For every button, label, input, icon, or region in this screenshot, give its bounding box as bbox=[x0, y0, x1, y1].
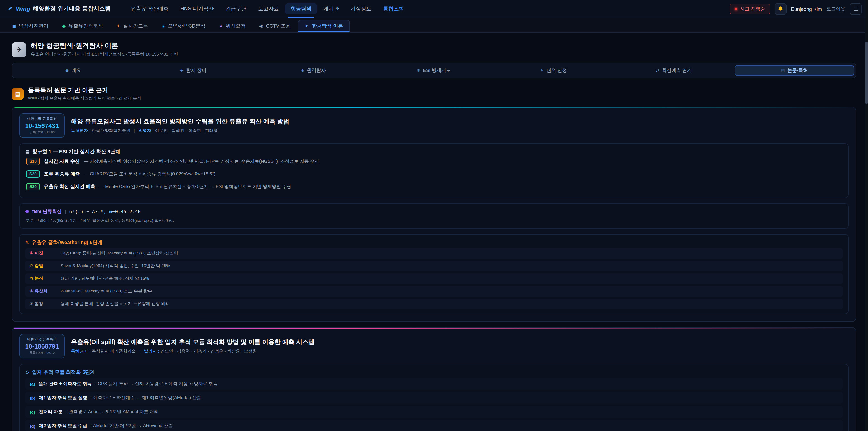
module-step-row: (a) 뜰개 관측 + 예측자료 취득 : GPS 뜰개 투하 → 실제 이동경… bbox=[25, 378, 843, 390]
tab-pollution-ship-3d[interactable]: ◈오염/선박3D분석 bbox=[155, 20, 212, 32]
weathering-stage-desc: Fay(1969): 중력-관성력, Mackay et al.(1980) 표… bbox=[61, 250, 178, 256]
pill-overview[interactable]: ◉개요 bbox=[14, 65, 132, 76]
step-badge: (d) bbox=[30, 423, 35, 428]
incident-status-badge[interactable]: 사고 진행중 bbox=[730, 3, 770, 14]
fbm-separator: | bbox=[65, 209, 66, 214]
patent1-number-badge: 대한민국 등록특허 10-1567431 등록: 2015.11.03 bbox=[20, 114, 65, 138]
patent2-title: 유출유(Oil spill) 확산 예측을 위한 입자 추적 모듈 최적화 방법… bbox=[71, 338, 314, 346]
fbm-header: fBm 난류확산 | σ²(t) = A·tᵐ, m=0.45~2.46 bbox=[25, 208, 843, 215]
patent-badge-label: 대한민국 등록특허 bbox=[24, 117, 60, 121]
step-title: 전처리 차분 bbox=[39, 409, 63, 415]
pill-esi-map[interactable]: ▦ESI 방제지도 bbox=[374, 65, 493, 76]
nav-item-weather-info[interactable]: 기상정보 bbox=[345, 3, 377, 14]
meta-divider: | bbox=[131, 128, 137, 133]
meta-divider: | bbox=[137, 348, 143, 353]
nav-item-board[interactable]: 게시판 bbox=[318, 3, 344, 14]
wing-logo-icon bbox=[6, 5, 13, 12]
nav-item-integrated-search[interactable]: 통합조회 bbox=[378, 3, 409, 14]
tab-realtime-drone[interactable]: ✈실시간드론 bbox=[110, 20, 154, 32]
tab-image-management[interactable]: ▣영상사진관리 bbox=[5, 20, 55, 32]
tab-label: CCTV 조회 bbox=[266, 23, 291, 29]
pill-area-calculation[interactable]: ✎면적 산정 bbox=[495, 65, 613, 76]
fbm-panel: fBm 난류확산 | σ²(t) = A·tᵐ, m=0.45~2.46 분수 … bbox=[20, 204, 848, 229]
patent-card-1: 대한민국 등록특허 10-1567431 등록: 2015.11.03 해양 유… bbox=[12, 107, 856, 322]
calc-icon: ✎ bbox=[540, 68, 544, 72]
module-step-row: (c) 전처리 차분 : 관측경로 Δobs ↔ 제1모델 ΔModel 차분 … bbox=[25, 406, 843, 418]
pill-label: 탐지 장비 bbox=[186, 67, 207, 74]
pill-label: 개요 bbox=[72, 67, 81, 74]
pill-label: 원격탐사 bbox=[307, 67, 326, 74]
step-desc: : 예측자료 + 확산계수 → 제1 예측변위량(ΔModel) 산출 bbox=[91, 395, 201, 401]
step-badge: (c) bbox=[30, 409, 35, 414]
patent1-title: 해양 유류오염사고 발생시 효율적인 방제방안 수립을 위한 유출유 확산 예측… bbox=[71, 118, 289, 126]
patent-badge-label: 대한민국 등록특허 bbox=[24, 337, 60, 342]
pill-label: 논문·특허 bbox=[787, 67, 808, 74]
tab-aerial-search-theory[interactable]: ►항공탐색 이론 bbox=[298, 20, 350, 32]
image-icon: ▣ bbox=[12, 24, 16, 28]
pill-label: ESI 방제지도 bbox=[423, 67, 451, 74]
nav-item-hns-air-dispersion[interactable]: HNS·대기확산 bbox=[175, 3, 219, 14]
fbm-description: 분수 브라운운동(fBm) 기반 무작위 확산거리 생성, 등방성(isotro… bbox=[25, 218, 843, 224]
pill-detection-equipment[interactable]: ✈탐지 장비 bbox=[134, 65, 252, 76]
pill-papers-patents[interactable]: ▤논문·특허 bbox=[735, 65, 854, 76]
hamburger-icon: ☰ bbox=[853, 6, 858, 12]
weathering-stage-label: ② 증발 bbox=[30, 263, 56, 269]
weathering-panel: ✎ 유출유 풍화(Weathering) 5단계 ① 퍼짐 Fay(1969):… bbox=[20, 234, 848, 314]
holder-value: 주식회사 아라종합기술 bbox=[92, 348, 136, 353]
gear-icon: ⚙ bbox=[25, 370, 29, 375]
fbm-label: fBm 난류확산 bbox=[32, 208, 62, 215]
tab-oil-area-analysis[interactable]: ◆유출유면적분석 bbox=[56, 20, 110, 32]
tab-satellite-request[interactable]: ★위성요청 bbox=[213, 20, 252, 32]
claim-step-row: S30 유출유 확산 실시간 예측 — Monte Carlo 입자추적 + f… bbox=[25, 180, 843, 193]
claims-title-text: 청구항 1 — ESI 기반 실시간 확산 3단계 bbox=[32, 148, 120, 155]
pill-remote-sensing[interactable]: ◈원격탐사 bbox=[254, 65, 373, 76]
step-desc: — Monte Carlo 입자추적 + fBm 난류확산 + 풍화 5단계 →… bbox=[99, 184, 291, 190]
step-desc: — CHARRY모델 조화분석 + 취송류 경험식(0.029×Vw, θw+1… bbox=[84, 171, 215, 177]
section-header: ▤ 등록특허 원문 기반 이론 근거 WING 탑재 유출유 확산예측 시스템의… bbox=[12, 86, 856, 101]
logo-wordmark: Wing bbox=[16, 5, 30, 12]
link-icon: ⇄ bbox=[656, 68, 659, 72]
main-content: ✈ 해양 항공탐색·원격탐사 이론 유출유 원격탐지·항공감시 기법·ESI 방… bbox=[0, 33, 868, 431]
hamburger-menu-button[interactable]: ☰ bbox=[850, 3, 862, 15]
tab-cctv-view[interactable]: ◉CCTV 조회 bbox=[253, 20, 297, 32]
step-title: 조류·취송류 예측 bbox=[44, 171, 80, 177]
book-icon: ▤ bbox=[12, 88, 24, 100]
module-step-row: (d) 제2 입자 추적 모델 수립 : ΔModel 기반 제2모델 → ΔR… bbox=[25, 420, 843, 431]
scrollbar-thumb[interactable] bbox=[865, 41, 868, 104]
pill-label: 확산예측 연계 bbox=[662, 67, 692, 74]
page-subtitle: 유출유 원격탐지·항공감시 기법·ESI 방제정보지도·등록특허 10-1567… bbox=[31, 52, 178, 57]
nav-item-reports[interactable]: 보고자료 bbox=[253, 3, 284, 14]
patent2-header: 대한민국 등록특허 10-1868791 등록: 2018.06.12 유출유(… bbox=[20, 334, 848, 359]
holder-label: 특허권자 : bbox=[71, 128, 91, 133]
page-scrollbar[interactable] bbox=[865, 0, 868, 431]
weathering-stage-label: ① 퍼짐 bbox=[30, 250, 56, 256]
weathering-row: ⑤ 침강 용해·미생물 분해, 질량 손실률 = 초기 누유량에 선형 비례 bbox=[25, 299, 843, 309]
alert-dot-icon bbox=[735, 7, 737, 10]
step-desc: : ΔModel 기반 제2모델 → ΔRevised 산출 bbox=[91, 423, 173, 429]
pill-prediction-link[interactable]: ⇄확산예측 연계 bbox=[615, 65, 733, 76]
tab-label: 항공탐색 이론 bbox=[312, 22, 343, 29]
pencil-icon: ✎ bbox=[25, 240, 29, 245]
app-logo[interactable]: Wing 해양환경 위기대응 통합시스템 bbox=[6, 5, 111, 13]
step-badge: S10 bbox=[26, 158, 40, 165]
drone-icon: ✈ bbox=[117, 24, 121, 28]
inventor-label: 발명자 : bbox=[138, 128, 154, 133]
weathering-row: ① 퍼짐 Fay(1969): 중력-관성력, Mackay et al.(19… bbox=[25, 248, 843, 258]
nav-item-emergency-rescue[interactable]: 긴급구난 bbox=[220, 3, 252, 14]
nav-item-aerial-search[interactable]: 항공탐색 bbox=[285, 3, 317, 14]
step-title: 유출유 확산 실시간 예측 bbox=[44, 184, 95, 190]
patent2-number: 10-1868791 bbox=[24, 343, 60, 350]
weathering-stage-desc: 용해·미생물 분해, 질량 손실률 = 초기 누유량에 선형 비례 bbox=[61, 301, 170, 307]
cctv-icon: ◉ bbox=[259, 24, 263, 28]
book-glyph: ▤ bbox=[15, 91, 20, 97]
step-desc: — 기상예측시스템·위성영상수신시스템·검조소 인터넷 연결. FTP로 기상자… bbox=[84, 158, 319, 164]
nav-item-oil-spill-forecast[interactable]: 유출유 확산예측 bbox=[125, 3, 174, 14]
step-title: 제2 입자 추적 모델 수립 bbox=[39, 423, 87, 429]
app-title: 해양환경 위기대응 통합시스템 bbox=[33, 5, 111, 13]
notifications-button[interactable] bbox=[775, 3, 786, 15]
weathering-row: ④ 유상화 Water-in-oil, Mackay et al.(1980) … bbox=[25, 286, 843, 297]
step-badge: S20 bbox=[26, 171, 40, 178]
logout-button[interactable]: 로그아웃 bbox=[827, 6, 845, 12]
page-title: 해양 항공탐색·원격탐사 이론 bbox=[31, 41, 178, 50]
claims-panel: ▤ 청구항 1 — ESI 기반 실시간 확산 3단계 S10 실시간 자료 수… bbox=[20, 143, 848, 198]
